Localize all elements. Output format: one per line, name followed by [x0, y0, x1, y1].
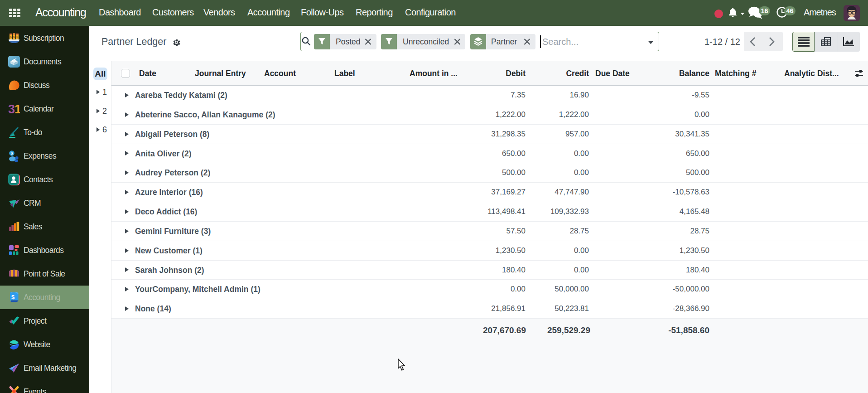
svg-text:$: $ — [10, 151, 13, 155]
svg-text:$: $ — [10, 35, 12, 39]
svg-text:3: 3 — [8, 103, 15, 115]
svg-text:$: $ — [13, 35, 15, 39]
svg-text:$: $ — [11, 294, 15, 301]
svg-text:1: 1 — [14, 103, 20, 115]
svg-text:$: $ — [16, 35, 18, 39]
